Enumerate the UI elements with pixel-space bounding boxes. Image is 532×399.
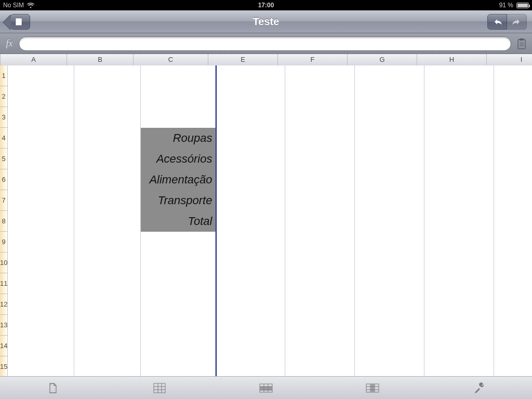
cell-E2[interactable]	[216, 86, 285, 107]
cell-E13[interactable]	[216, 315, 285, 336]
cell-E10[interactable]	[216, 252, 285, 273]
cell-E7[interactable]	[216, 190, 285, 211]
cell-F5[interactable]	[285, 149, 355, 169]
cell-B4[interactable]	[74, 128, 141, 149]
back-button[interactable]	[10, 14, 30, 30]
row-header-8[interactable]: 8	[0, 211, 8, 232]
cell-E4[interactable]	[216, 128, 285, 149]
cell-A1[interactable]	[8, 65, 74, 86]
cell-H7[interactable]	[424, 190, 494, 211]
clipboard-button[interactable]	[515, 36, 528, 51]
cell-I9[interactable]	[494, 232, 532, 252]
insert-col-button[interactable]	[341, 377, 404, 400]
cell-B14[interactable]	[74, 336, 141, 356]
cell-F13[interactable]	[285, 315, 355, 336]
cell-F15[interactable]	[285, 356, 355, 376]
cell-G14[interactable]	[355, 336, 424, 356]
cell-A7[interactable]	[8, 190, 74, 211]
cell-E9[interactable]	[216, 232, 285, 252]
cell-C15[interactable]	[141, 356, 216, 376]
cell-F2[interactable]	[285, 86, 355, 107]
sheet-tab-button[interactable]	[22, 377, 84, 400]
row-header-13[interactable]: 13	[0, 315, 8, 336]
cell-C4[interactable]: Roupas	[141, 128, 216, 149]
cell-A13[interactable]	[8, 315, 74, 336]
cell-I13[interactable]	[494, 315, 532, 336]
cell-B15[interactable]	[74, 356, 141, 376]
cell-A15[interactable]	[8, 356, 74, 376]
cell-G8[interactable]	[355, 211, 424, 232]
cell-H4[interactable]	[424, 128, 494, 149]
cell-A6[interactable]	[8, 169, 74, 190]
cell-E8[interactable]	[216, 211, 285, 232]
row-header-1[interactable]: 1	[0, 65, 8, 86]
col-header-H[interactable]: H	[417, 54, 487, 65]
cell-I15[interactable]	[494, 356, 532, 376]
cell-A3[interactable]	[8, 107, 74, 128]
cell-G2[interactable]	[355, 86, 424, 107]
cell-I3[interactable]	[494, 107, 532, 128]
redo-button[interactable]	[507, 14, 527, 30]
cell-C10[interactable]	[141, 252, 216, 273]
cell-A14[interactable]	[8, 336, 74, 356]
cell-E15[interactable]	[216, 356, 285, 376]
cell-I8[interactable]	[494, 211, 532, 232]
cell-H11[interactable]	[424, 273, 494, 294]
cell-H6[interactable]	[424, 169, 494, 190]
cell-A5[interactable]	[8, 149, 74, 169]
col-header-E[interactable]: E	[208, 54, 278, 65]
cell-B8[interactable]	[74, 211, 141, 232]
cell-A9[interactable]	[8, 232, 74, 252]
cell-C8[interactable]: Total	[141, 211, 216, 232]
cell-H2[interactable]	[424, 86, 494, 107]
cell-grid[interactable]: RoupasAcessóriosAlimentaçãoTransporteTot…	[8, 65, 532, 376]
row-header-7[interactable]: 7	[0, 190, 8, 211]
cell-I2[interactable]	[494, 86, 532, 107]
cell-B10[interactable]	[74, 252, 141, 273]
cell-I5[interactable]	[494, 149, 532, 169]
cell-A12[interactable]	[8, 294, 74, 315]
cell-F12[interactable]	[285, 294, 355, 315]
row-header-11[interactable]: 11	[0, 273, 8, 294]
cell-C5[interactable]: Acessórios	[141, 149, 216, 169]
cell-G5[interactable]	[355, 149, 424, 169]
row-header-5[interactable]: 5	[0, 149, 8, 169]
cells-tab-button[interactable]	[128, 377, 191, 400]
col-header-C[interactable]: C	[134, 54, 208, 65]
cell-A4[interactable]	[8, 128, 74, 149]
cell-B3[interactable]	[74, 107, 141, 128]
row-header-4[interactable]: 4	[0, 128, 8, 149]
cell-B9[interactable]	[74, 232, 141, 252]
cell-G9[interactable]	[355, 232, 424, 252]
cell-C1[interactable]	[141, 65, 216, 86]
tools-button[interactable]	[448, 377, 510, 400]
row-header-14[interactable]: 14	[0, 336, 8, 356]
cell-E5[interactable]	[216, 149, 285, 169]
cell-E1[interactable]	[216, 65, 285, 86]
undo-button[interactable]	[487, 14, 507, 30]
row-header-10[interactable]: 10	[0, 252, 8, 273]
cell-B13[interactable]	[74, 315, 141, 336]
cell-E6[interactable]	[216, 169, 285, 190]
cell-H3[interactable]	[424, 107, 494, 128]
cell-B6[interactable]	[74, 169, 141, 190]
cell-H10[interactable]	[424, 252, 494, 273]
row-header-15[interactable]: 15	[0, 356, 8, 376]
row-header-3[interactable]: 3	[0, 107, 8, 128]
cell-H9[interactable]	[424, 232, 494, 252]
cell-G3[interactable]	[355, 107, 424, 128]
cell-A10[interactable]	[8, 252, 74, 273]
row-header-2[interactable]: 2	[0, 86, 8, 107]
cell-C11[interactable]	[141, 273, 216, 294]
cell-I4[interactable]	[494, 128, 532, 149]
cell-F7[interactable]	[285, 190, 355, 211]
cell-I7[interactable]	[494, 190, 532, 211]
formula-input[interactable]	[19, 36, 511, 51]
cell-C7[interactable]: Transporte	[141, 190, 216, 211]
cell-G10[interactable]	[355, 252, 424, 273]
cell-A2[interactable]	[8, 86, 74, 107]
cell-I1[interactable]	[494, 65, 532, 86]
cell-G4[interactable]	[355, 128, 424, 149]
cell-F9[interactable]	[285, 232, 355, 252]
cell-B11[interactable]	[74, 273, 141, 294]
